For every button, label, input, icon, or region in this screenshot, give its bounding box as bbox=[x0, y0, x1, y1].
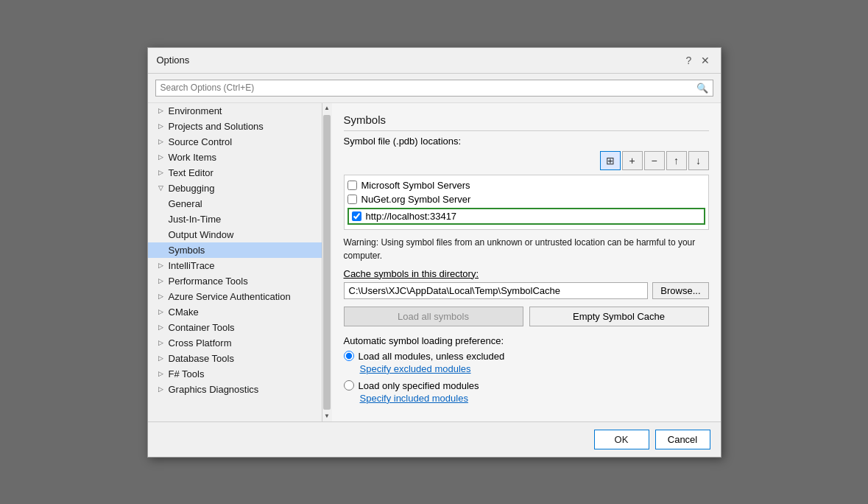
warning-text: Warning: Using symbol files from an unkn… bbox=[344, 236, 709, 262]
load-only-specified-label: Load only specified modules bbox=[359, 380, 479, 391]
load-all-modules-radio[interactable] bbox=[344, 351, 354, 361]
chevron-right-icon: ▷ bbox=[158, 385, 166, 393]
sidebar-item-text-editor[interactable]: ▷ Text Editor bbox=[148, 165, 322, 181]
cache-path-input[interactable] bbox=[344, 282, 649, 299]
sidebar-item-just-in-time[interactable]: Just-In-Time bbox=[148, 211, 322, 227]
load-all-symbols-button: Load all symbols bbox=[344, 307, 523, 326]
sidebar-item-general[interactable]: General bbox=[148, 196, 322, 211]
browse-button[interactable]: Browse... bbox=[652, 282, 708, 299]
search-area: 🔍 bbox=[148, 74, 721, 103]
load-only-specified-radio[interactable] bbox=[344, 380, 354, 391]
chevron-right-icon: ▷ bbox=[158, 169, 166, 176]
load-all-modules-row: Load all modules, unless excluded bbox=[344, 351, 709, 362]
chevron-right-icon: ▷ bbox=[158, 370, 166, 377]
sidebar-item-projects-solutions[interactable]: ▷ Projects and Solutions bbox=[148, 119, 322, 134]
scroll-down-arrow[interactable]: ▼ bbox=[322, 411, 332, 421]
microsoft-symbol-checkbox[interactable] bbox=[347, 181, 357, 190]
chevron-right-icon: ▷ bbox=[158, 308, 166, 315]
sidebar-item-work-items[interactable]: ▷ Work Items bbox=[148, 150, 322, 165]
sidebar-item-intellitrace[interactable]: ▷ IntelliTrace bbox=[148, 258, 322, 273]
specify-excluded-link[interactable]: Specify excluded modules bbox=[360, 363, 709, 374]
chevron-right-icon: ▷ bbox=[158, 262, 166, 269]
chevron-right-icon: ▷ bbox=[158, 339, 166, 346]
chevron-right-icon: ▷ bbox=[158, 354, 166, 362]
chevron-right-icon: ▷ bbox=[158, 122, 166, 130]
options-dialog: Options ? ✕ 🔍 ▷ Environment ▷ Pr bbox=[147, 47, 721, 458]
symbol-list-box: Microsoft Symbol Servers NuGet.org Symbo… bbox=[344, 175, 709, 230]
chevron-down-icon: ▽ bbox=[158, 184, 166, 192]
sidebar-item-graphics-diagnostics[interactable]: ▷ Graphics Diagnostics bbox=[148, 382, 322, 397]
sidebar-item-source-control[interactable]: ▷ Source Control bbox=[148, 134, 322, 150]
sidebar-item-fsharp-tools[interactable]: ▷ F# Tools bbox=[148, 366, 322, 382]
chevron-right-icon: ▷ bbox=[158, 277, 166, 284]
sidebar: ▷ Environment ▷ Projects and Solutions ▷… bbox=[148, 103, 332, 421]
nuget-symbol-row: NuGet.org Symbol Server bbox=[347, 192, 705, 206]
chevron-right-icon: ▷ bbox=[158, 107, 166, 114]
columns-button[interactable]: ⊞ bbox=[600, 151, 621, 170]
chevron-right-icon: ▷ bbox=[158, 293, 166, 300]
move-down-button[interactable]: ↓ bbox=[688, 151, 709, 170]
sidebar-scrollbar[interactable]: ▲ ▼ bbox=[322, 103, 332, 421]
scroll-up-arrow[interactable]: ▲ bbox=[322, 103, 332, 113]
sidebar-item-symbols[interactable]: Symbols bbox=[148, 242, 322, 258]
auto-loading-label: Automatic symbol loading preference: bbox=[344, 335, 709, 346]
title-bar-buttons: ? ✕ bbox=[682, 54, 712, 67]
localhost-symbol-row: http://localhost:33417 bbox=[347, 208, 705, 225]
search-icon: 🔍 bbox=[696, 83, 708, 94]
close-button[interactable]: ✕ bbox=[699, 54, 712, 67]
remove-button[interactable]: − bbox=[644, 151, 665, 170]
sidebar-item-azure-service-auth[interactable]: ▷ Azure Service Authentication bbox=[148, 289, 322, 304]
chevron-right-icon: ▷ bbox=[158, 153, 166, 161]
sidebar-item-environment[interactable]: ▷ Environment bbox=[148, 103, 322, 119]
cache-label: Cache symbols in this directory: bbox=[344, 268, 709, 279]
microsoft-symbol-label: Microsoft Symbol Servers bbox=[361, 180, 470, 191]
sidebar-item-container-tools[interactable]: ▷ Container Tools bbox=[148, 320, 322, 335]
chevron-right-icon: ▷ bbox=[158, 323, 166, 331]
sidebar-tree: ▷ Environment ▷ Projects and Solutions ▷… bbox=[148, 103, 322, 421]
localhost-symbol-checkbox[interactable] bbox=[352, 211, 361, 221]
search-input[interactable] bbox=[160, 83, 696, 93]
add-button[interactable]: + bbox=[622, 151, 643, 170]
main-area: ▷ Environment ▷ Projects and Solutions ▷… bbox=[148, 103, 721, 421]
symbol-server-microsoft-row: Microsoft Symbol Servers bbox=[347, 178, 705, 192]
load-only-specified-row: Load only specified modules bbox=[344, 380, 709, 391]
symbol-toolbar: ⊞ + − ↑ ↓ bbox=[344, 151, 709, 170]
nuget-symbol-label: NuGet.org Symbol Server bbox=[361, 194, 471, 205]
dialog-title: Options bbox=[157, 55, 190, 66]
sidebar-item-output-window[interactable]: Output Window bbox=[148, 227, 322, 242]
scroll-thumb[interactable] bbox=[323, 115, 331, 410]
content-title: Symbols bbox=[344, 113, 709, 131]
sidebar-item-performance-tools[interactable]: ▷ Performance Tools bbox=[148, 273, 322, 289]
specify-included-link[interactable]: Specify included modules bbox=[360, 393, 709, 404]
sidebar-item-cross-platform[interactable]: ▷ Cross Platform bbox=[148, 335, 322, 351]
cache-row: Browse... bbox=[344, 282, 709, 299]
ok-button[interactable]: OK bbox=[594, 430, 649, 449]
nuget-symbol-checkbox[interactable] bbox=[347, 195, 357, 204]
empty-symbol-cache-button[interactable]: Empty Symbol Cache bbox=[529, 307, 709, 326]
action-row: Load all symbols Empty Symbol Cache bbox=[344, 307, 709, 326]
chevron-right-icon: ▷ bbox=[158, 138, 166, 145]
sidebar-item-cmake[interactable]: ▷ CMake bbox=[148, 304, 322, 320]
sidebar-item-database-tools[interactable]: ▷ Database Tools bbox=[148, 351, 322, 366]
cancel-button[interactable]: Cancel bbox=[655, 430, 710, 449]
dialog-footer: OK Cancel bbox=[148, 421, 721, 457]
radio-section: Load all modules, unless excluded Specif… bbox=[344, 351, 709, 404]
title-bar: Options ? ✕ bbox=[148, 48, 721, 74]
localhost-symbol-label: http://localhost:33417 bbox=[366, 211, 457, 222]
content-panel: Symbols Symbol file (.pdb) locations: ⊞ … bbox=[332, 103, 721, 421]
move-up-button[interactable]: ↑ bbox=[666, 151, 687, 170]
symbol-locations-label: Symbol file (.pdb) locations: bbox=[344, 136, 709, 147]
help-button[interactable]: ? bbox=[682, 54, 696, 67]
sidebar-item-debugging[interactable]: ▽ Debugging bbox=[148, 181, 322, 196]
load-all-modules-label: Load all modules, unless excluded bbox=[359, 351, 505, 362]
search-box: 🔍 bbox=[155, 80, 713, 97]
